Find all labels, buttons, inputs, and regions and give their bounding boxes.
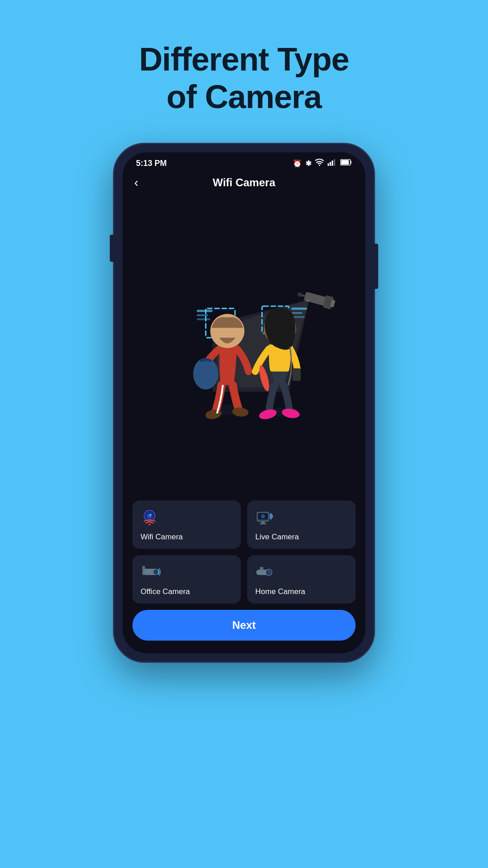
camera-grid: Wifi Camera bbox=[122, 500, 366, 604]
svg-rect-43 bbox=[260, 523, 266, 524]
signal-icon bbox=[328, 159, 337, 168]
svg-point-41 bbox=[262, 515, 264, 517]
phone-mockup: 5:13 PM ⏰ ✱ bbox=[113, 143, 375, 663]
home-camera-label: Home Camera bbox=[255, 587, 305, 596]
next-button[interactable]: Next bbox=[132, 610, 356, 641]
svg-rect-30 bbox=[293, 368, 301, 381]
next-button-wrapper: Next bbox=[122, 610, 366, 653]
svg-rect-16 bbox=[197, 310, 212, 312]
app-header: ‹ Wifi Camera bbox=[122, 172, 366, 193]
phone-screen: 5:13 PM ⏰ ✱ bbox=[122, 152, 366, 653]
back-button[interactable]: ‹ bbox=[134, 175, 138, 190]
battery-icon bbox=[340, 159, 352, 167]
svg-rect-0 bbox=[328, 163, 329, 166]
svg-rect-3 bbox=[334, 159, 335, 166]
home-cam-icon bbox=[255, 564, 275, 583]
status-time: 5:13 PM bbox=[136, 159, 167, 168]
hero-area bbox=[122, 193, 366, 500]
svg-rect-19 bbox=[291, 307, 307, 310]
office-cam-icon bbox=[141, 564, 162, 583]
app-title: Wifi Camera bbox=[213, 176, 276, 189]
svg-rect-20 bbox=[291, 312, 303, 314]
svg-point-48 bbox=[155, 571, 157, 573]
home-camera-card[interactable]: Home Camera bbox=[247, 555, 356, 604]
alarm-icon: ⏰ bbox=[293, 159, 302, 168]
svg-point-36 bbox=[150, 514, 151, 515]
bluetooth-icon: ✱ bbox=[305, 159, 311, 168]
wifi-cam-icon bbox=[141, 509, 159, 528]
svg-rect-1 bbox=[330, 162, 331, 166]
status-bar: 5:13 PM ⏰ ✱ bbox=[122, 152, 366, 172]
live-camera-card[interactable]: Live Camera bbox=[247, 500, 356, 549]
status-icons: ⏰ ✱ bbox=[293, 159, 352, 168]
wifi-camera-label: Wifi Camera bbox=[141, 533, 183, 542]
phone-shell: 5:13 PM ⏰ ✱ bbox=[113, 143, 375, 663]
svg-point-26 bbox=[193, 358, 218, 390]
svg-rect-42 bbox=[261, 521, 265, 523]
svg-rect-54 bbox=[260, 567, 263, 570]
office-camera-card[interactable]: Office Camera bbox=[132, 555, 241, 604]
svg-point-53 bbox=[269, 571, 270, 572]
svg-rect-18 bbox=[197, 318, 210, 320]
wifi-icon bbox=[315, 159, 324, 168]
svg-rect-2 bbox=[332, 160, 333, 166]
hero-illustration bbox=[131, 270, 357, 424]
office-camera-label: Office Camera bbox=[141, 587, 190, 596]
live-camera-label: Live Camera bbox=[255, 533, 299, 542]
wifi-camera-card[interactable]: Wifi Camera bbox=[132, 500, 241, 549]
svg-rect-17 bbox=[197, 314, 208, 316]
svg-rect-5 bbox=[341, 160, 349, 165]
page-title: Different Type of Camera bbox=[139, 41, 349, 116]
svg-point-37 bbox=[149, 524, 150, 525]
live-cam-icon bbox=[255, 509, 275, 528]
